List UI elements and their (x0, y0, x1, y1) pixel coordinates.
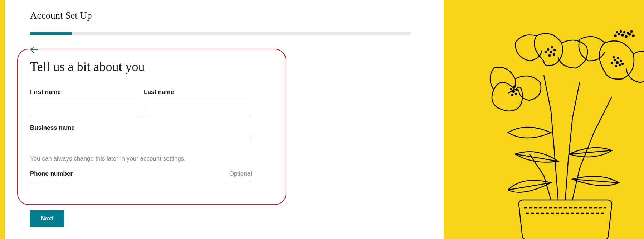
svg-point-15 (619, 64, 620, 66)
last-name-input[interactable] (144, 100, 252, 116)
svg-point-2 (515, 93, 517, 95)
svg-point-16 (615, 66, 617, 67)
svg-point-4 (516, 89, 518, 90)
svg-point-22 (615, 35, 616, 37)
svg-point-21 (613, 57, 614, 58)
decorative-right-panel (444, 0, 644, 239)
last-name-label: Last name (144, 89, 252, 96)
business-name-input[interactable] (30, 136, 252, 152)
svg-point-31 (627, 32, 629, 34)
back-button[interactable] (30, 46, 39, 53)
svg-point-0 (512, 90, 514, 92)
svg-point-3 (512, 94, 513, 96)
first-name-label: First name (30, 89, 138, 96)
svg-point-32 (631, 31, 632, 32)
decorative-left-stripe (0, 0, 5, 239)
business-name-label: Business name (30, 124, 252, 132)
svg-point-12 (551, 47, 553, 48)
first-name-input[interactable] (30, 100, 138, 116)
phone-optional-text: Optional (229, 170, 252, 177)
svg-point-29 (620, 31, 621, 32)
flower-illustration (451, 18, 644, 239)
form-heading: Tell us a bit about you (30, 59, 411, 74)
svg-point-18 (611, 62, 613, 63)
svg-point-7 (547, 49, 549, 50)
svg-point-10 (554, 49, 555, 51)
svg-point-30 (624, 32, 625, 33)
svg-point-11 (545, 51, 546, 53)
svg-point-26 (629, 34, 631, 35)
svg-point-23 (618, 33, 620, 35)
progress-bar (30, 32, 411, 35)
svg-point-24 (622, 34, 624, 36)
business-name-helper: You can always change this later in your… (30, 155, 411, 162)
svg-point-9 (549, 55, 550, 56)
svg-point-8 (553, 54, 555, 55)
svg-point-1 (510, 88, 512, 90)
svg-point-6 (550, 51, 552, 53)
phone-input[interactable] (30, 182, 252, 198)
svg-point-20 (622, 63, 623, 64)
svg-point-13 (616, 62, 618, 64)
progress-fill (30, 32, 72, 35)
page-title: Account Set Up (30, 10, 411, 21)
svg-point-27 (633, 35, 634, 37)
phone-label: Phone number (30, 170, 73, 177)
svg-point-5 (514, 86, 515, 87)
svg-point-25 (625, 36, 627, 38)
svg-point-17 (620, 60, 621, 62)
svg-point-14 (614, 59, 615, 61)
svg-point-28 (616, 32, 618, 33)
arrow-left-icon (30, 46, 39, 53)
svg-point-19 (618, 57, 619, 59)
next-button[interactable]: Next (30, 210, 64, 227)
